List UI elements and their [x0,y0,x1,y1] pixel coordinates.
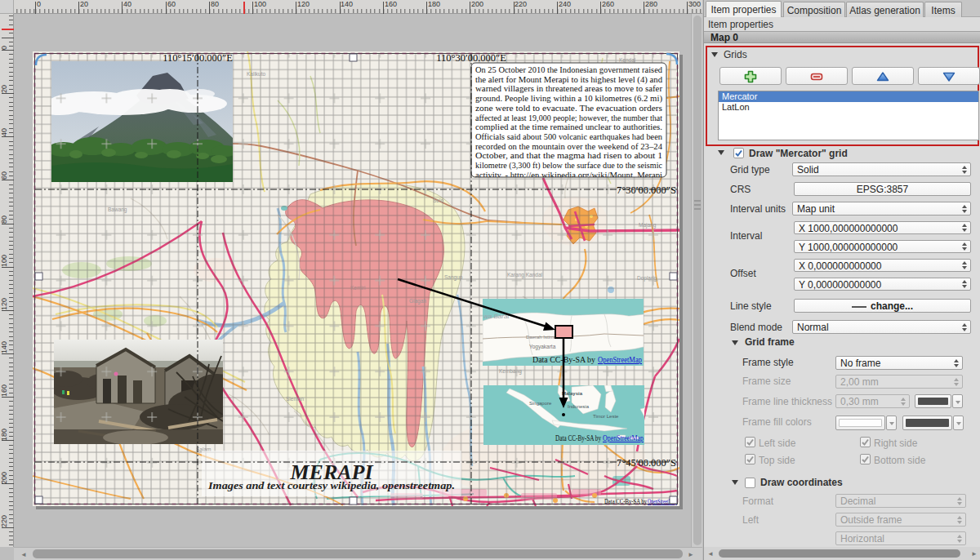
svg-text:OpenStreetMap: OpenStreetMap [598,355,642,364]
svg-text:complied at the time remained: complied at the time remained unclear to… [475,122,662,131]
svg-text:October, and that the magma ha: October, and that the magma had risen to… [475,150,662,160]
svg-text:zone were told to evacuate. Th: zone were told to evacuate. The evacuati… [475,103,662,113]
svg-text:recorded on the mountain over: recorded on the mountain over the weeken… [475,141,663,151]
svg-text:7°45′00.000″S: 7°45′00.000″S [617,457,676,469]
svg-text:Timor Leste: Timor Leste [593,414,619,419]
svg-text:Singapore: Singapore [529,401,552,406]
svg-text:Indonesia: Indonesia [568,404,590,409]
svg-text:Images and text courtesy wikip: Images and text courtesy wikipedia, open… [207,479,455,491]
svg-text:warned villagers in threatened: warned villagers in threatened areas to … [475,83,662,93]
svg-text:On 25 October 2010 the Indones: On 25 October 2010 the Indonesian govern… [475,64,663,74]
svg-text:Yogyakarta: Yogyakarta [529,344,556,350]
svg-text:7°30′00.000″S: 7°30′00.000″S [617,184,676,196]
svg-text:Malaysia: Malaysia [562,391,583,396]
svg-text:OpenStreetMap: OpenStreetMap [603,434,644,442]
svg-text:Data CC-By-SA by: Data CC-By-SA by [555,434,601,442]
svg-text:Officials said about 500 volca: Officials said about 500 volcanic earthq… [475,131,663,141]
svg-text:affected at least 19,000 peopl: affected at least 19,000 people; however… [475,113,662,122]
